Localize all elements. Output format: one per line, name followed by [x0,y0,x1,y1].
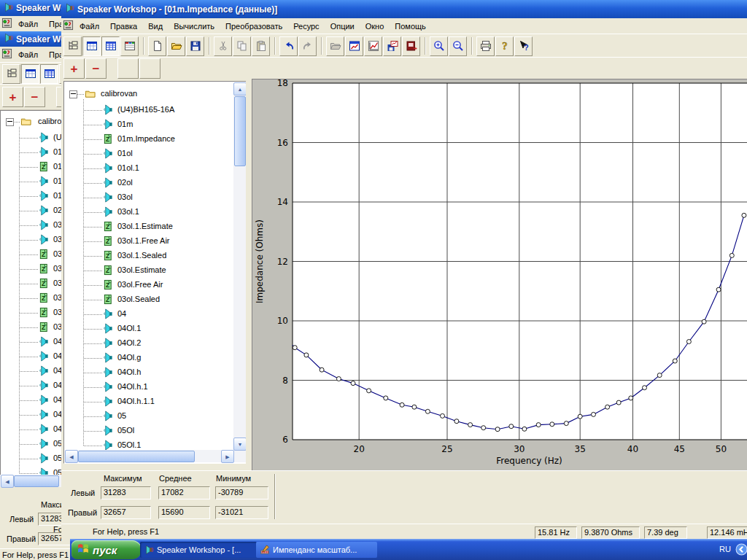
tree-item[interactable]: 01ol [65,147,233,160]
tree-item[interactable]: 05 [65,410,233,423]
menu-item-0[interactable]: Файл [74,20,104,33]
tree-item[interactable]: 04Ol.1 [65,322,233,335]
tree-item[interactable]: Z03ol.1.Free Air [65,235,233,248]
scrollbar-thumb[interactable] [78,451,195,462]
toggle-tree-button[interactable] [2,64,20,84]
menu-item-1[interactable]: Правка [105,20,142,33]
chart-export-button[interactable] [402,36,420,56]
tree-item[interactable]: (U4)BH165-16A [1,131,64,144]
tree-item[interactable]: 01m [1,146,64,159]
tree-item[interactable]: 03ol [65,191,233,204]
tree-item[interactable]: 04Ol.h.1 [65,381,233,394]
tree-item[interactable]: Z03ol.1.Estimate [65,220,233,233]
tree-item[interactable]: 04Ol.1 [1,350,64,363]
tree-item[interactable]: 04Ol.h.1.1 [65,395,233,408]
zoom-in-button[interactable] [430,36,448,56]
menu-item-2[interactable]: Вид [143,20,168,33]
tree-item[interactable]: 02ol [1,204,64,217]
window-titlebar[interactable]: Speaker Workshop - [01m.Impedance (данны… [61,0,747,18]
zoom-out-button[interactable] [449,36,467,56]
scrollbar-thumb[interactable] [234,96,246,166]
window-titlebar[interactable]: Speaker Workshop [0,31,71,47]
print-button[interactable] [476,36,495,56]
scroll-right-button[interactable]: ▶ [221,450,234,463]
tree-item[interactable]: Z03ol.1.Sealed [1,277,64,290]
view-grid-button[interactable] [40,64,58,84]
scroll-up-button[interactable]: ▲ [233,82,247,96]
tree-item[interactable]: 03ol.1 [65,206,233,219]
tree-item[interactable]: 04Ol.h [65,366,233,379]
tree-item[interactable]: Z03ol.Sealed [65,293,233,306]
tree-item[interactable]: 02ol [65,176,233,190]
tree-item[interactable]: 01m [65,118,233,131]
horizontal-scrollbar[interactable]: ◀ [0,475,64,487]
chart-line-button[interactable] [364,36,382,56]
tree-item[interactable]: (U4)BH165-16A [65,104,233,117]
menu-item-0[interactable]: Файл [13,48,43,61]
vertical-scrollbar[interactable]: ▲ ▼ [233,82,246,462]
save-button[interactable] [186,36,204,56]
menu-item-4[interactable]: Преобразовать [220,20,287,33]
add-point-button[interactable]: + [63,58,85,79]
menu-item-3[interactable]: Вычислить [169,20,220,33]
chart-window-button[interactable] [345,36,363,56]
toggle-tree-button[interactable] [63,36,82,56]
tree-item[interactable]: 04Ol.g [65,351,233,365]
help-button[interactable]: ? [495,36,514,56]
tree-item[interactable]: 04 [65,308,233,321]
tree-item[interactable]: 01ol.1 [65,162,233,175]
tree-item[interactable]: Z03ol.Free Air [65,279,233,292]
tree-item[interactable]: 04Ol.2 [1,365,64,378]
start-button[interactable]: пуск [71,540,142,559]
tree-item[interactable]: 04Ol.h [1,394,64,407]
menu-item-6[interactable]: Опции [325,20,360,33]
menu-item-5[interactable]: Ресурс [288,20,324,33]
remove-point-button[interactable]: − [85,58,107,79]
menu-item-7[interactable]: Окно [360,20,390,33]
open-button[interactable] [167,36,185,56]
context-help-button[interactable]: ? [514,36,533,56]
tree-item[interactable]: 01ol.1 [1,190,64,203]
view-datasheet-button[interactable] [21,64,39,84]
tree-item[interactable]: 05Ol [65,424,233,438]
tree-item[interactable]: 05Ol.1 [65,439,233,450]
language-indicator[interactable]: RU [719,545,731,553]
scroll-left-button[interactable]: ◀ [1,475,14,488]
tree-folder-row[interactable]: calibrovan [1,115,64,128]
tree-item[interactable]: Z03ol.Sealed [1,321,64,334]
scroll-down-button[interactable]: ▼ [233,438,247,451]
blank-2-button[interactable] [139,58,160,79]
view-grid-button[interactable] [101,36,120,56]
scroll-left-button[interactable]: ◀ [65,450,78,463]
tree-item[interactable]: Z03ol.Free Air [1,306,64,319]
tree-item[interactable]: 04Ol.g [1,379,64,392]
tree-item[interactable]: 03ol.1 [1,233,64,246]
menu-item-0[interactable]: Файл [13,18,43,31]
blank-1-button[interactable] [117,58,139,79]
horizontal-scrollbar[interactable]: ◀ ▶ [65,450,233,462]
tray-collapse-icon[interactable] [735,543,747,557]
tree-item[interactable]: Z03ol.Estimate [1,292,64,305]
menu-item-1[interactable]: Правка [44,18,63,31]
add-point-button[interactable]: + [2,87,23,107]
tree-item[interactable]: Z03ol.1.Estimate [1,248,64,261]
tree-item[interactable]: 04Ol.h.1 [1,408,64,421]
remove-point-button[interactable]: − [24,87,45,107]
tree-item[interactable]: Z01m.Impedance [1,160,64,174]
undo-button[interactable] [279,36,298,56]
tree-item[interactable]: 03ol [1,219,64,232]
tree-item[interactable]: Z01m.Impedance [65,133,233,146]
tree-folder-row[interactable]: calibrovan [65,88,233,101]
menu-item-8[interactable]: Помощь [390,20,431,33]
view-combo-button[interactable] [120,36,139,56]
tree-item[interactable]: 04Ol.h.1.1 [1,423,64,436]
tree-item[interactable]: 01ol [1,175,64,188]
view-datasheet-button[interactable] [82,36,101,56]
tree-item[interactable]: 04 [1,335,64,349]
task-button[interactable]: Импенданс масштаб... [256,542,377,558]
tree-item[interactable]: Z03ol.Estimate [65,264,233,277]
splitter[interactable] [246,79,252,470]
scrollbar-thumb[interactable] [14,475,59,487]
new-button[interactable] [148,36,166,56]
tree-item[interactable]: 05Ol [1,452,64,465]
